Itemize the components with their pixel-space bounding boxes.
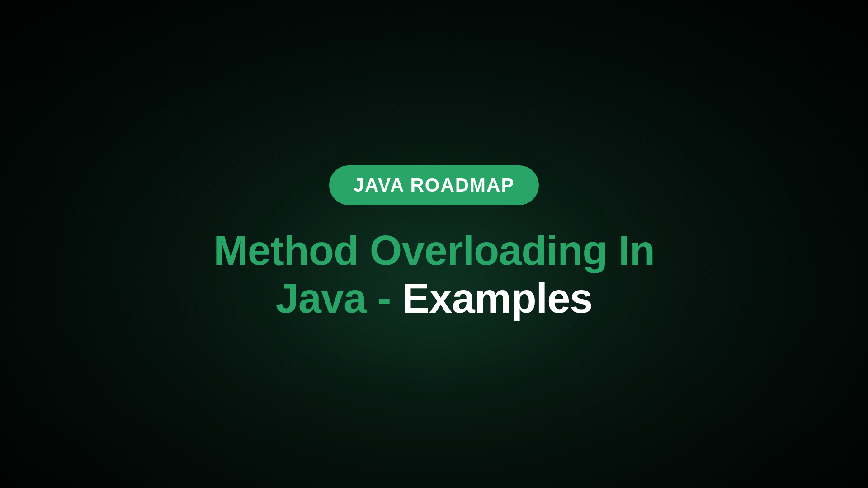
title-line-2-green: Java - <box>275 275 401 321</box>
page-title: Method Overloading In Java - Examples <box>213 227 655 323</box>
hero-content: JAVA ROADMAP Method Overloading In Java … <box>213 165 655 323</box>
badge-label: JAVA ROADMAP <box>354 174 515 196</box>
category-badge: JAVA ROADMAP <box>329 165 539 205</box>
title-line-2-white: Examples <box>402 275 593 321</box>
title-line-1: Method Overloading In <box>213 227 655 273</box>
